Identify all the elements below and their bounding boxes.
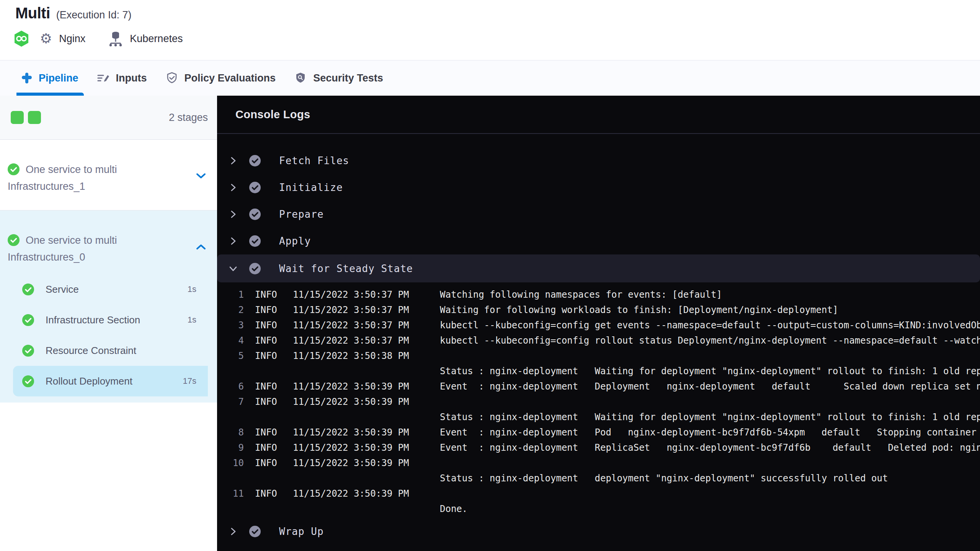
tab-inputs-label: Inputs: [116, 72, 147, 84]
log-line: 6INFO11/15/2022 3:50:39 PMEvent : nginx-…: [225, 379, 980, 394]
log-line: Done.: [225, 501, 980, 517]
log-line: 11INFO11/15/2022 3:50:39 PM: [225, 486, 980, 501]
chevron-down-icon[interactable]: [229, 265, 238, 272]
stage-summary-bar: 2 stages: [0, 96, 217, 140]
step-duration: 1s: [188, 315, 196, 325]
log-line: 7INFO11/15/2022 3:50:39 PM: [225, 394, 980, 409]
console-step-label: Fetch Files: [279, 155, 349, 166]
console-body: Fetch Files Initialize Prepare: [217, 134, 980, 545]
step-row-rollout-deployment[interactable]: Rollout Deployment 17s: [13, 366, 208, 396]
console-header: Console Logs: [217, 96, 980, 134]
tab-pipeline-label: Pipeline: [39, 72, 78, 84]
step-success-badge-icon: [248, 154, 261, 167]
tab-security-tests-label: Security Tests: [313, 72, 383, 84]
step-row-resource-constraint[interactable]: Resource Constraint: [8, 335, 208, 366]
success-check-icon: [22, 314, 34, 326]
log-line: 4INFO11/15/2022 3:50:37 PMkubectl --kube…: [225, 333, 980, 348]
step-row-service[interactable]: Service 1s: [8, 274, 208, 305]
tab-security-tests[interactable]: Security Tests: [294, 60, 383, 96]
step-list: Service 1s Infrastructure Section 1s Res…: [8, 274, 208, 403]
policy-shield-check-icon: [165, 72, 178, 85]
console-step-label: Apply: [279, 235, 311, 247]
log-line: 9INFO11/15/2022 3:50:39 PMEvent : nginx-…: [225, 440, 980, 455]
step-label: Resource Constraint: [46, 345, 136, 357]
console-step-label: Initialize: [279, 182, 343, 193]
log-line: 1INFO11/15/2022 3:50:37 PMWatching follo…: [225, 287, 980, 302]
log-line: 3INFO11/15/2022 3:50:37 PMkubectl --kube…: [225, 318, 980, 333]
step-success-badge-icon: [248, 208, 261, 221]
console-step-wait-for-steady-state[interactable]: Wait for Steady State: [217, 254, 980, 282]
step-success-badge-icon: [248, 181, 261, 194]
tab-policy-evaluations[interactable]: Policy Evaluations: [165, 60, 276, 96]
service-name: Nginx: [59, 33, 85, 45]
stage-title-line2: Infrastructures_0: [8, 251, 85, 263]
step-label: Infrastructure Section: [46, 314, 140, 326]
app-header: Multi (Execution Id: 7) ⚙ Nginx: [0, 0, 980, 60]
console-step-label: Wait for Steady State: [279, 263, 413, 274]
chevron-right-icon[interactable]: [229, 236, 238, 246]
stage-title: One service to multi Infrastructures_1: [8, 161, 172, 195]
log-line: Status : nginx-deployment Waiting for de…: [225, 364, 980, 379]
success-check-icon: [22, 375, 34, 387]
step-success-badge-icon: [248, 235, 261, 248]
tab-inputs[interactable]: Inputs: [97, 60, 147, 96]
chevron-right-icon[interactable]: [229, 527, 238, 536]
chevron-down-icon[interactable]: [196, 173, 206, 179]
chevron-up-icon[interactable]: [196, 243, 206, 250]
stage-card-infrastructures-1[interactable]: One service to multi Infrastructures_1: [0, 140, 217, 210]
console-step-label: Prepare: [279, 209, 324, 220]
pipeline-icon: [21, 72, 33, 84]
tab-policy-evaluations-label: Policy Evaluations: [185, 72, 276, 84]
tab-strip: Pipeline Inputs Policy Evaluations: [0, 60, 980, 96]
console-step-fetch-files[interactable]: Fetch Files: [217, 147, 980, 174]
console-step-apply[interactable]: Apply: [217, 228, 980, 254]
security-shield-scan-icon: [294, 72, 307, 85]
step-row-infrastructure-section[interactable]: Infrastructure Section 1s: [8, 305, 208, 335]
log-line: 2INFO11/15/2022 3:50:37 PMWaiting for fo…: [225, 302, 980, 318]
chevron-right-icon[interactable]: [229, 210, 238, 219]
tab-pipeline[interactable]: Pipeline: [21, 60, 78, 96]
log-line: Status : nginx-deployment Waiting for de…: [225, 409, 980, 425]
stage-title: One service to multi Infrastructures_0: [8, 232, 172, 266]
console-logs-panel: Console Logs Fetch Files Initialize: [217, 96, 980, 551]
console-title: Console Logs: [235, 108, 310, 121]
chevron-right-icon[interactable]: [229, 183, 238, 192]
success-check-icon: [8, 234, 20, 246]
execution-id-label: (Execution Id: 7): [56, 9, 132, 21]
log-output[interactable]: 1INFO11/15/2022 3:50:37 PMWatching follo…: [217, 282, 980, 518]
log-line: Status : nginx-deployment deployment "ng…: [225, 471, 980, 486]
entity-row: ⚙ Nginx Kubernetes: [14, 29, 193, 48]
success-check-icon: [8, 163, 20, 175]
console-step-initialize[interactable]: Initialize: [217, 174, 980, 201]
chevron-right-icon[interactable]: [229, 156, 238, 165]
environment-icon: [108, 31, 123, 47]
inputs-icon: [97, 72, 110, 85]
step-duration: 17s: [183, 376, 196, 386]
execution-title-row: Multi (Execution Id: 7): [15, 5, 131, 22]
stage-title-line1: One service to multi: [26, 164, 117, 175]
console-step-wrap-up[interactable]: Wrap Up: [217, 518, 980, 545]
stage-status-square[interactable]: [11, 111, 24, 124]
success-check-icon: [22, 345, 34, 357]
step-label: Service: [46, 284, 79, 295]
success-check-icon: [22, 284, 34, 295]
stage-status-square[interactable]: [28, 111, 41, 124]
environment-name: Kubernetes: [130, 33, 183, 45]
page-title: Multi: [15, 5, 50, 22]
service-gear-icon: ⚙: [40, 32, 52, 46]
log-line: 10INFO11/15/2022 3:50:39 PM: [225, 455, 980, 471]
step-success-badge-icon: [248, 525, 261, 538]
stage-count-label: 2 stages: [169, 112, 208, 124]
harness-cd-icon: [14, 30, 29, 47]
stage-title-line1: One service to multi: [26, 235, 117, 246]
log-line: 5INFO11/15/2022 3:50:38 PM: [225, 348, 980, 364]
step-success-badge-icon: [248, 262, 261, 275]
stages-sidebar: 2 stages One service to multi Infrastruc…: [0, 96, 217, 551]
console-step-prepare[interactable]: Prepare: [217, 201, 980, 228]
step-label: Rollout Deployment: [46, 375, 132, 387]
stage-card-infrastructures-0[interactable]: One service to multi Infrastructures_0 S…: [0, 210, 217, 403]
stage-title-line2: Infrastructures_1: [8, 181, 85, 192]
step-duration: 1s: [188, 284, 196, 294]
log-line: 8INFO11/15/2022 3:50:39 PMEvent : nginx-…: [225, 425, 980, 440]
console-step-label: Wrap Up: [279, 526, 324, 537]
